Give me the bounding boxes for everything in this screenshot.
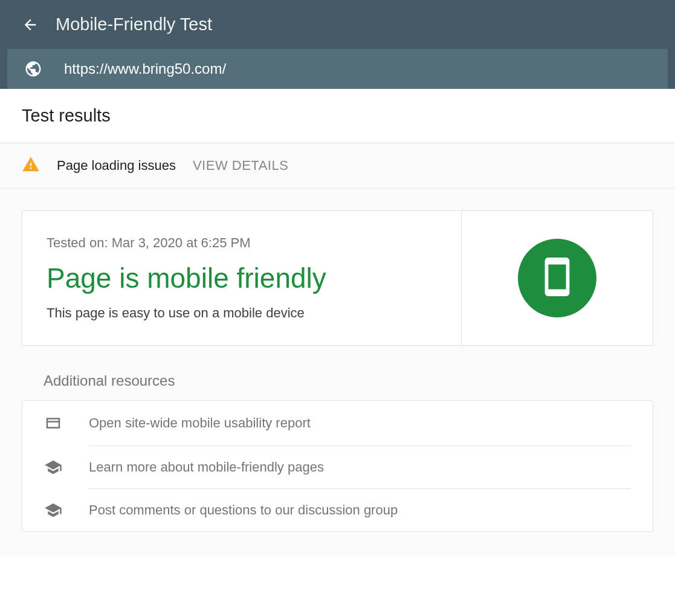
result-card: Tested on: Mar 3, 2020 at 6:25 PM Page i… [22, 210, 653, 346]
result-subtext: This page is easy to use on a mobile dev… [47, 305, 437, 321]
header: Mobile-Friendly Test https://www.bring50… [0, 0, 675, 89]
resource-link-usability-report[interactable]: Open site-wide mobile usability report [22, 401, 653, 446]
resource-link-learn-more[interactable]: Learn more about mobile-friendly pages [22, 446, 653, 488]
resource-label: Post comments or questions to our discus… [89, 489, 398, 518]
content-area: Page loading issues VIEW DETAILS Tested … [0, 143, 675, 556]
resource-link-discussion-group[interactable]: Post comments or questions to our discus… [22, 489, 653, 531]
back-arrow-icon[interactable] [22, 16, 39, 33]
warning-row: Page loading issues VIEW DETAILS [0, 143, 675, 189]
resource-label: Learn more about mobile-friendly pages [89, 446, 324, 475]
header-top: Mobile-Friendly Test [0, 0, 675, 49]
result-card-text: Tested on: Mar 3, 2020 at 6:25 PM Page i… [22, 211, 462, 345]
result-heading: Page is mobile friendly [47, 262, 437, 294]
report-icon [44, 414, 62, 432]
phone-badge [518, 239, 596, 317]
tested-on-timestamp: Tested on: Mar 3, 2020 at 6:25 PM [47, 235, 437, 251]
resources-card: Open site-wide mobile usability report L… [22, 400, 653, 532]
results-title: Test results [22, 106, 653, 126]
result-card-badge [462, 211, 653, 345]
warning-triangle-icon [22, 155, 40, 176]
tested-url: https://www.bring50.com/ [64, 60, 226, 77]
smartphone-icon [536, 256, 578, 300]
url-bar[interactable]: https://www.bring50.com/ [7, 49, 668, 89]
resources-title: Additional resources [44, 372, 653, 389]
warning-label: Page loading issues [57, 158, 176, 173]
page-title: Mobile-Friendly Test [56, 15, 212, 34]
resource-label: Open site-wide mobile usability report [89, 415, 311, 431]
section-title-bar: Test results [0, 89, 675, 143]
school-icon [44, 452, 62, 470]
globe-icon [24, 60, 42, 78]
school-icon [44, 494, 62, 513]
view-details-button[interactable]: VIEW DETAILS [193, 158, 288, 173]
